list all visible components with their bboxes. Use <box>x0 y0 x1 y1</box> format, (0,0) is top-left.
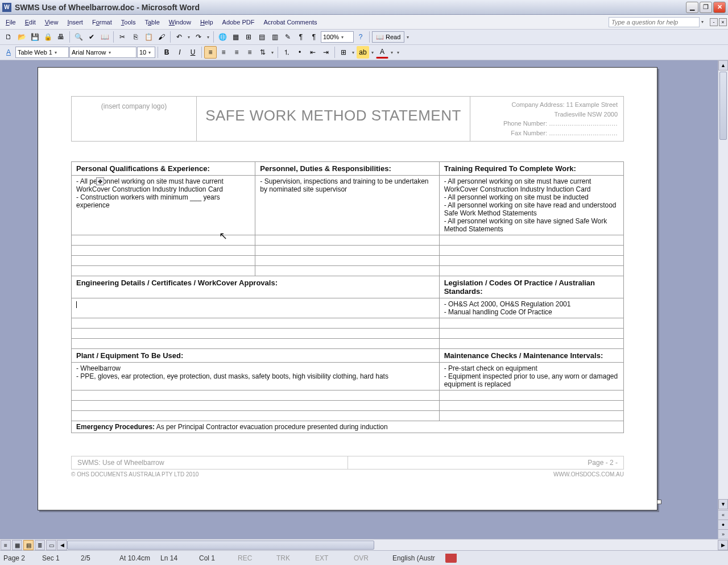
hscroll-right-icon[interactable]: ▶ <box>718 540 728 550</box>
menu-help[interactable]: Help <box>196 17 218 27</box>
bold-icon[interactable]: B <box>160 46 173 59</box>
status-line[interactable]: Ln 14 <box>160 554 189 562</box>
research-icon[interactable]: 📖 <box>98 31 111 43</box>
sec1-h2[interactable]: Personnel, Duties & Responsibilities: <box>255 162 439 176</box>
spelling-icon[interactable]: ✔ <box>85 31 98 43</box>
menu-insert[interactable]: Insert <box>63 17 88 27</box>
line-spacing-icon[interactable]: ⇅ <box>257 46 269 59</box>
ask-dropdown[interactable]: ▾ <box>700 16 705 28</box>
show-hide-icon[interactable]: ¶ <box>308 31 320 43</box>
menu-window[interactable]: Window <box>164 17 196 27</box>
menu-tools[interactable]: Tools <box>117 17 140 27</box>
highlight-icon[interactable]: ab <box>357 46 369 59</box>
menu-file[interactable]: File <box>1 17 20 27</box>
ask-question-input[interactable] <box>609 17 700 27</box>
next-page-icon[interactable]: » <box>718 529 728 539</box>
print-icon[interactable]: 🖶 <box>55 31 67 43</box>
toolbar-options[interactable]: ▾ <box>405 31 411 43</box>
cut-icon[interactable]: ✂ <box>116 31 129 43</box>
status-ovr[interactable]: OVR <box>354 554 382 562</box>
undo-dropdown[interactable]: ▾ <box>186 31 192 43</box>
menu-view[interactable]: View <box>40 17 63 27</box>
print-layout-view-icon[interactable]: ▤ <box>23 540 34 550</box>
sec3-c2[interactable]: - Pre-start check on equipment - Equipme… <box>439 363 623 390</box>
browse-object-icon[interactable]: ● <box>718 520 728 529</box>
prev-page-icon[interactable]: « <box>718 510 728 520</box>
drawing-icon[interactable]: ✎ <box>282 31 294 43</box>
footer-right[interactable]: Page - 2 - <box>348 456 624 470</box>
redo-dropdown[interactable]: ▾ <box>205 31 211 43</box>
align-left-icon[interactable]: ≡ <box>204 46 217 59</box>
format-painter-icon[interactable]: 🖌 <box>155 31 168 43</box>
sec3-h2[interactable]: Maintenance Checks / Maintenance Interva… <box>439 349 623 363</box>
menu-acrobat-comments[interactable]: Acrobat Comments <box>259 17 321 27</box>
status-trk[interactable]: TRK <box>276 554 305 562</box>
borders-dropdown[interactable]: ▾ <box>350 46 356 59</box>
italic-icon[interactable]: I <box>173 46 186 59</box>
numbering-icon[interactable]: ⒈ <box>280 46 293 59</box>
save-icon[interactable]: 💾 <box>28 31 41 43</box>
close-button[interactable]: ✕ <box>713 2 726 13</box>
tables-borders-icon[interactable]: ▦ <box>229 31 242 43</box>
menu-table[interactable]: Table <box>140 17 164 27</box>
mdi-close[interactable]: × <box>719 18 727 26</box>
hscroll-track[interactable] <box>67 540 718 550</box>
sec1-c3[interactable]: - All personnel working on site must hav… <box>439 176 623 235</box>
sec2-h1[interactable]: Engineering Details / Certificates / Wor… <box>72 276 440 298</box>
doc-map-icon[interactable]: ¶ <box>295 31 307 43</box>
help-icon[interactable]: ? <box>354 31 367 43</box>
web-layout-view-icon[interactable]: ▦ <box>12 540 22 550</box>
open-icon[interactable]: 📂 <box>15 31 28 43</box>
align-right-icon[interactable]: ≡ <box>230 46 243 59</box>
outline-view-icon[interactable]: ≣ <box>35 540 45 550</box>
status-rec[interactable]: REC <box>238 554 266 562</box>
line-spacing-dropdown[interactable]: ▾ <box>270 46 275 59</box>
content-table[interactable]: Personal Qualifications & Experience: Pe… <box>71 161 624 433</box>
normal-view-icon[interactable]: ≡ <box>1 540 11 550</box>
print-preview-icon[interactable]: 🔍 <box>72 31 85 43</box>
zoom-select[interactable]: 100%▾ <box>321 31 354 43</box>
header-logo-cell[interactable]: (insert company logo) <box>72 97 197 142</box>
status-column[interactable]: Col 1 <box>199 554 228 562</box>
header-title-cell[interactable]: SAFE WORK METHOD STATEMENT <box>197 97 470 142</box>
increase-indent-icon[interactable]: ⇥ <box>320 46 332 59</box>
scroll-thumb[interactable] <box>719 72 727 140</box>
sec2-c2[interactable]: - OH&S Act 2000, OH&S Regulation 2001 - … <box>439 298 623 318</box>
sec1-h1[interactable]: Personal Qualifications & Experience: <box>72 162 255 176</box>
sec2-h2[interactable]: Legislation / Codes Of Practice / Austra… <box>439 276 623 298</box>
vertical-scrollbar[interactable]: ▲ ▼ « ● » <box>718 60 728 539</box>
status-page-count[interactable]: 2/5 <box>81 554 109 562</box>
table-resize-handle[interactable] <box>657 500 661 504</box>
columns-icon[interactable]: ▥ <box>268 31 281 43</box>
decrease-indent-icon[interactable]: ⇤ <box>307 46 319 59</box>
status-at[interactable]: At 10.4cm <box>119 554 150 562</box>
scroll-up-icon[interactable]: ▲ <box>718 60 728 70</box>
styles-pane-icon[interactable]: A <box>2 46 15 59</box>
scroll-down-icon[interactable]: ▼ <box>718 499 728 509</box>
hyperlink-icon[interactable]: 🌐 <box>216 31 229 43</box>
status-ext[interactable]: EXT <box>315 554 344 562</box>
status-section[interactable]: Sec 1 <box>42 554 71 562</box>
sec3-h1[interactable]: Plant / Equipment To Be Used: <box>72 349 440 363</box>
menu-adobe-pdf[interactable]: Adobe PDF <box>218 17 259 27</box>
copy-icon[interactable]: ⎘ <box>129 31 142 43</box>
read-button[interactable]: 📖 Read <box>372 31 404 43</box>
formatting-options[interactable]: ▾ <box>395 46 401 59</box>
borders-icon[interactable]: ⊞ <box>337 46 350 59</box>
mdi-minimize[interactable]: - <box>710 18 718 26</box>
table-move-handle[interactable]: ✥ <box>96 177 104 185</box>
sec3-c1[interactable]: - Wheelbarrow - PPE, gloves, ear protect… <box>72 363 440 390</box>
status-page[interactable]: Page 2 <box>3 554 32 562</box>
new-doc-icon[interactable]: 🗋 <box>2 31 15 43</box>
font-color-icon[interactable]: A <box>376 46 388 59</box>
maximize-button[interactable]: ❐ <box>700 2 712 13</box>
header-address-cell[interactable]: Company Address: 11 Example Street Tradi… <box>470 97 624 142</box>
font-select[interactable]: Arial Narrow▾ <box>69 47 136 58</box>
insert-table-icon[interactable]: ⊞ <box>242 31 255 43</box>
sec1-h3[interactable]: Training Required To Complete Work: <box>439 162 623 176</box>
emergency-cell[interactable]: Emergency Procedures: As per Principal C… <box>72 421 624 433</box>
menu-format[interactable]: Format <box>88 17 117 27</box>
sec1-c2[interactable]: - Supervision, inspections and training … <box>255 176 439 235</box>
bullets-icon[interactable]: • <box>293 46 306 59</box>
hscroll-left-icon[interactable]: ◀ <box>57 540 67 550</box>
